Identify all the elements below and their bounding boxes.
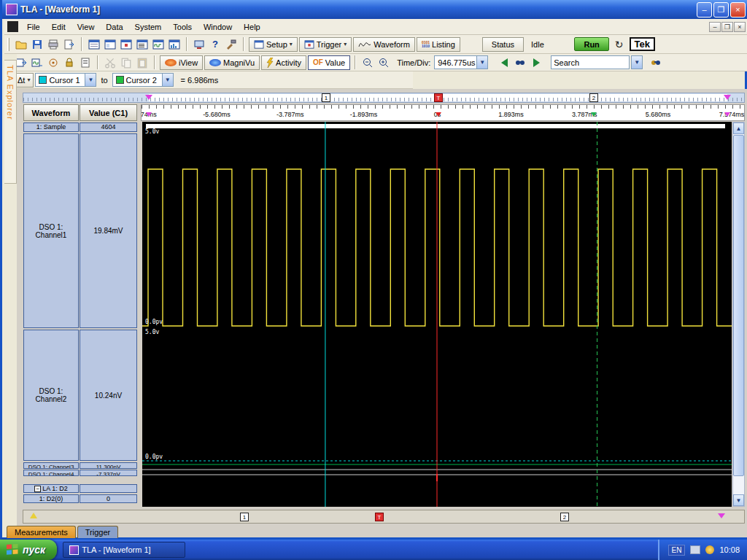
- range-marker[interactable]: [724, 112, 730, 117]
- collapse-icon[interactable]: −: [34, 486, 41, 492]
- waveform-window-icon[interactable]: [151, 37, 166, 51]
- scroll-down-button[interactable]: ▼: [733, 494, 744, 506]
- waveform-row-value[interactable]: -7.337nV: [80, 470, 137, 476]
- menu-item-file[interactable]: File: [21, 20, 46, 34]
- tray-display-icon[interactable]: [690, 545, 700, 554]
- waveform-row-value[interactable]: 11.300nV: [80, 462, 137, 469]
- repeat-run-icon[interactable]: ↻: [615, 39, 624, 50]
- find-icon[interactable]: [513, 55, 527, 69]
- taskbar-task-button[interactable]: TLA - [Waveform 1]: [63, 542, 185, 558]
- iview-button[interactable]: iView: [160, 55, 203, 70]
- overview-ruler[interactable]: 1T2: [23, 93, 745, 103]
- menu-item-view[interactable]: View: [71, 20, 101, 34]
- mdi-close-button[interactable]: ×: [734, 22, 746, 32]
- cursor2-select[interactable]: Cursor 2 ▼: [112, 73, 174, 87]
- search-select-arrow[interactable]: ▼: [631, 55, 643, 69]
- document-icon[interactable]: [7, 21, 18, 32]
- zoom-out-icon[interactable]: [360, 55, 375, 69]
- search-all-icon[interactable]: [649, 55, 663, 69]
- waveform-row-label[interactable]: DSO 1: Channel4: [23, 470, 79, 476]
- waveform-row-label[interactable]: DSO 1: Channel3: [23, 462, 79, 469]
- system-config-icon[interactable]: [192, 37, 206, 51]
- menu-item-window[interactable]: Window: [198, 20, 238, 34]
- position-marker[interactable]: [30, 513, 37, 518]
- add-waveform-icon[interactable]: [30, 55, 44, 69]
- waveform-canvas[interactable]: 5.0v0.0pv5.0v0.0pv: [142, 122, 732, 507]
- listing-window-icon[interactable]: [135, 37, 150, 51]
- scrollbar-thumb[interactable]: [733, 135, 744, 476]
- waveform-row-label[interactable]: DSO 1: Channel2: [23, 330, 79, 461]
- chevron-down-icon[interactable]: ▼: [162, 74, 173, 86]
- ruler-mark-1[interactable]: 1: [240, 513, 249, 521]
- trigger-window-icon[interactable]: [119, 37, 133, 51]
- range-marker[interactable]: [145, 95, 152, 100]
- help-icon[interactable]: ?: [208, 37, 222, 51]
- tab-measurements[interactable]: Measurements: [7, 526, 76, 538]
- range-marker[interactable]: [724, 95, 731, 100]
- menu-item-edit[interactable]: Edit: [46, 20, 71, 34]
- waveform-row-label[interactable]: 1: D2(0): [23, 494, 79, 503]
- delta-time-button[interactable]: Δt ▾: [14, 73, 34, 88]
- waveform-row-value[interactable]: 4604: [80, 122, 137, 132]
- goto-mark-icon[interactable]: [46, 55, 61, 69]
- listing-button[interactable]: 0101 1010 Listing: [417, 37, 460, 52]
- ruler-mark-1[interactable]: 1: [322, 93, 330, 102]
- status-button[interactable]: Status: [482, 37, 524, 52]
- column-header-waveform[interactable]: Waveform: [23, 104, 79, 121]
- tray-status-icon[interactable]: [705, 545, 714, 554]
- export-icon[interactable]: [62, 37, 77, 51]
- tab-trigger[interactable]: Trigger: [77, 526, 118, 538]
- waveform-row-value[interactable]: [80, 484, 137, 493]
- save-icon[interactable]: [30, 37, 44, 51]
- activity-button[interactable]: Activity: [261, 55, 306, 70]
- mdi-restore-button[interactable]: ❐: [721, 22, 733, 32]
- next-edge-button[interactable]: [529, 55, 543, 69]
- analysis-tools-icon[interactable]: [224, 37, 239, 51]
- menu-item-help[interactable]: Help: [238, 20, 266, 34]
- time-axis[interactable]: -7.574ms-5.680ms-3.787ms-1.893ms0s1.893m…: [141, 104, 745, 121]
- search-input[interactable]: [551, 55, 630, 69]
- waveform-button[interactable]: Waveform: [353, 37, 415, 52]
- run-button[interactable]: Run: [574, 37, 608, 51]
- open-folder-icon[interactable]: [14, 37, 28, 51]
- lock-icon[interactable]: [62, 55, 77, 69]
- print-icon[interactable]: [46, 37, 61, 51]
- of-value-button[interactable]: OF Value: [308, 55, 350, 70]
- v-scrollbar[interactable]: ▲ ▼: [732, 122, 745, 507]
- paste-icon[interactable]: [135, 55, 150, 69]
- ruler-mark-2[interactable]: 2: [589, 93, 598, 102]
- restore-button[interactable]: ❐: [713, 2, 729, 18]
- range-marker[interactable]: [146, 112, 152, 117]
- column-header-value[interactable]: Value (C1): [80, 104, 137, 121]
- waveform-row-value[interactable]: 10.24nV: [80, 330, 137, 461]
- close-button[interactable]: ×: [730, 2, 746, 18]
- tla-explorer-tab[interactable]: TLA Explorer: [4, 60, 17, 184]
- waveform-row-label[interactable]: −LA 1: D2: [23, 484, 79, 493]
- setup-button[interactable]: Setup ▾: [249, 37, 298, 52]
- cursor2-marker[interactable]: [591, 112, 597, 117]
- position-ruler[interactable]: 1T2: [23, 510, 745, 524]
- ruler-mark-T[interactable]: T: [434, 93, 443, 102]
- menu-item-data[interactable]: Data: [100, 20, 128, 34]
- menu-item-system[interactable]: System: [129, 20, 168, 34]
- magnivu-button[interactable]: MagniVu: [204, 55, 260, 70]
- language-indicator[interactable]: EN: [668, 545, 686, 556]
- ruler-mark-2[interactable]: 2: [560, 513, 569, 521]
- copy-icon[interactable]: [119, 55, 133, 69]
- mdi-minimize-button[interactable]: –: [709, 22, 721, 32]
- ruler-mark-T[interactable]: T: [375, 513, 384, 521]
- chevron-down-icon[interactable]: ▼: [476, 56, 487, 69]
- timediv-select[interactable]: 946.775us ▼: [434, 55, 488, 69]
- trigger-marker[interactable]: [436, 112, 441, 117]
- waveform-row-label[interactable]: 1: Sample: [23, 122, 79, 132]
- cursor1-select[interactable]: Cursor 1 ▼: [35, 73, 96, 87]
- range-marker[interactable]: [718, 513, 725, 518]
- histogram-window-icon[interactable]: [167, 37, 182, 51]
- waveform-row-label[interactable]: DSO 1: Channel1: [23, 133, 79, 328]
- waveform-row-value[interactable]: 0: [80, 494, 137, 503]
- minimize-button[interactable]: –: [697, 2, 712, 18]
- start-button[interactable]: пуск: [0, 540, 57, 560]
- scroll-up-button[interactable]: ▲: [733, 122, 744, 134]
- menu-item-tools[interactable]: Tools: [167, 20, 198, 34]
- new-data-window-icon[interactable]: [87, 37, 101, 51]
